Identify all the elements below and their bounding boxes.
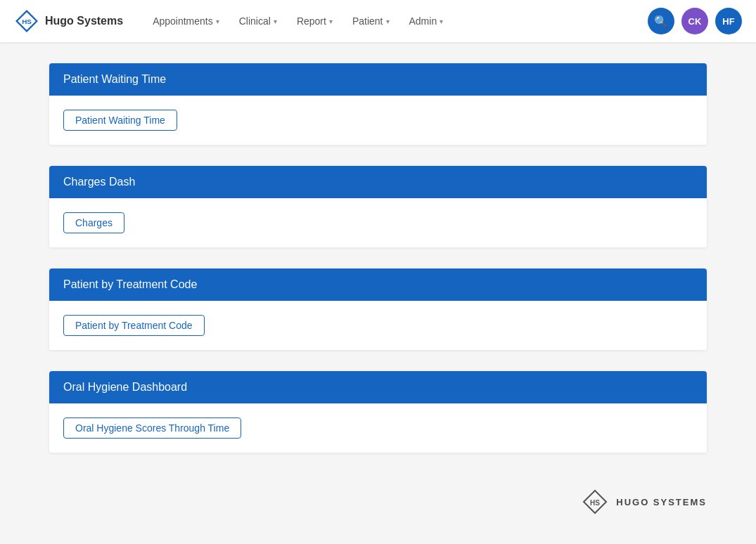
card-body-patient-waiting-time: Patient Waiting Time xyxy=(49,96,707,145)
main-content: Patient Waiting Time Patient Waiting Tim… xyxy=(0,42,756,474)
btn-patient-waiting-time[interactable]: Patient Waiting Time xyxy=(63,110,177,131)
footer: HS HUGO SYSTEMS xyxy=(0,474,756,530)
chevron-down-icon: ▾ xyxy=(274,18,277,25)
card-body-charges-dash: Charges xyxy=(49,198,707,247)
nav-menu: Appointments ▾ Clinical ▾ Report ▾ Patie… xyxy=(144,10,648,32)
nav-item-admin[interactable]: Admin ▾ xyxy=(401,10,452,32)
card-body-oral-hygiene: Oral Hygiene Scores Through Time xyxy=(49,403,707,453)
svg-text:HS: HS xyxy=(22,18,32,25)
chevron-down-icon: ▾ xyxy=(216,18,219,25)
brand-diamond-icon: HS xyxy=(14,8,39,34)
navbar-actions: 🔍 CK HF xyxy=(648,8,742,34)
card-patient-waiting-time: Patient Waiting Time Patient Waiting Tim… xyxy=(49,63,707,145)
card-patient-by-treatment-code: Patient by Treatment Code Patient by Tre… xyxy=(49,268,707,350)
nav-item-appointments[interactable]: Appointments ▾ xyxy=(144,10,228,32)
card-charges-dash: Charges Dash Charges xyxy=(49,166,707,247)
chevron-down-icon: ▾ xyxy=(386,18,390,25)
btn-charges[interactable]: Charges xyxy=(63,212,124,233)
svg-text:HS: HS xyxy=(590,499,600,507)
card-header-oral-hygiene: Oral Hygiene Dashboard xyxy=(49,371,707,403)
chevron-down-icon: ▾ xyxy=(440,18,443,25)
chevron-down-icon: ▾ xyxy=(329,18,333,25)
avatar-ck[interactable]: CK xyxy=(681,8,708,34)
nav-item-report[interactable]: Report ▾ xyxy=(288,10,341,32)
navbar: HS Hugo Systems Appointments ▾ Clinical … xyxy=(0,0,756,42)
card-oral-hygiene-dashboard: Oral Hygiene Dashboard Oral Hygiene Scor… xyxy=(49,371,707,453)
card-header-charges-dash: Charges Dash xyxy=(49,166,707,198)
footer-logo-icon: HS xyxy=(581,488,609,516)
card-header-patient-treatment: Patient by Treatment Code xyxy=(49,268,707,301)
btn-patient-treatment-code[interactable]: Patient by Treatment Code xyxy=(63,315,205,336)
brand-logo-area[interactable]: HS Hugo Systems xyxy=(14,8,123,34)
search-button[interactable]: 🔍 xyxy=(648,8,674,34)
brand-name: Hugo Systems xyxy=(45,15,123,27)
btn-oral-hygiene[interactable]: Oral Hygiene Scores Through Time xyxy=(63,417,241,439)
avatar-hf[interactable]: HF xyxy=(715,8,742,34)
nav-item-patient[interactable]: Patient ▾ xyxy=(344,10,398,32)
card-header-patient-waiting-time: Patient Waiting Time xyxy=(49,63,707,96)
nav-item-clinical[interactable]: Clinical ▾ xyxy=(231,10,286,32)
card-body-patient-treatment: Patient by Treatment Code xyxy=(49,301,707,350)
search-icon: 🔍 xyxy=(654,15,668,28)
footer-brand-name: HUGO SYSTEMS xyxy=(616,497,707,507)
